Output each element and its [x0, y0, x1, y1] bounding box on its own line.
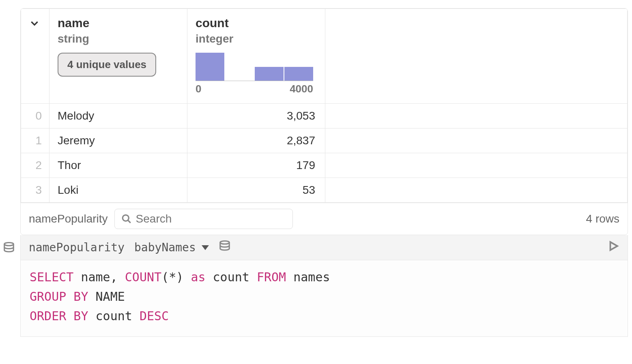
run-cell-button[interactable] [607, 240, 619, 255]
row-index: 0 [21, 104, 49, 128]
cell-empty [325, 128, 628, 153]
svg-marker-4 [611, 242, 618, 250]
table-row[interactable]: 1Jeremy2,837 [21, 128, 628, 153]
database-gutter-icon [3, 242, 15, 257]
cell-name: Loki [49, 178, 187, 203]
column-spacer [325, 9, 628, 104]
svg-point-2 [4, 243, 14, 246]
svg-line-1 [128, 220, 131, 223]
caret-down-icon [202, 245, 209, 250]
hist-min-label: 0 [196, 83, 201, 95]
count-histogram: 0 4000 [196, 53, 313, 95]
database-selector[interactable]: babyNames [134, 241, 209, 254]
column-header-name[interactable]: name string 4 unique values [49, 9, 187, 104]
search-box[interactable] [114, 209, 293, 229]
cell-count: 3,053 [187, 104, 325, 128]
cell-name-label: namePopularity [29, 241, 125, 254]
cell-count: 53 [187, 178, 325, 203]
search-icon [121, 214, 132, 224]
sql-editor[interactable]: SELECT name, COUNT(*) as count FROM name… [20, 260, 628, 337]
result-table: name string 4 unique values count intege… [21, 9, 628, 203]
database-name: babyNames [134, 241, 196, 254]
cell-name: Jeremy [49, 128, 187, 153]
hist-bar [196, 53, 224, 81]
column-title: name [58, 16, 179, 30]
hist-bar [255, 67, 284, 81]
table-row[interactable]: 3Loki53 [21, 178, 628, 203]
row-index: 3 [21, 178, 49, 203]
row-count-label: 4 rows [586, 212, 619, 225]
column-header-count[interactable]: count integer 0 4000 [187, 9, 325, 104]
cell-name: Melody [49, 104, 187, 128]
search-input[interactable] [136, 212, 286, 225]
svg-point-3 [220, 241, 229, 244]
cell-empty [325, 104, 628, 128]
unique-values-pill[interactable]: 4 unique values [58, 53, 156, 77]
cell-name: Thor [49, 153, 187, 178]
result-table-panel: name string 4 unique values count intege… [20, 8, 628, 235]
column-title: count [196, 16, 317, 30]
table-name-label: namePopularity [29, 212, 108, 225]
database-icon [219, 240, 231, 255]
cell-count: 179 [187, 153, 325, 178]
cell-count: 2,837 [187, 128, 325, 153]
collapse-chevron-icon[interactable] [29, 18, 40, 28]
row-index: 2 [21, 153, 49, 178]
table-row[interactable]: 2Thor179 [21, 153, 628, 178]
column-type: integer [196, 32, 317, 45]
hist-bar [284, 67, 313, 81]
cell-toolbar: namePopularity babyNames [20, 235, 628, 260]
svg-point-0 [123, 215, 129, 221]
column-type: string [58, 32, 179, 45]
hist-max-label: 4000 [290, 83, 313, 95]
cell-empty [325, 178, 628, 203]
table-footer: namePopularity 4 rows [21, 203, 628, 235]
table-row[interactable]: 0Melody3,053 [21, 104, 628, 128]
cell-empty [325, 153, 628, 178]
row-index: 1 [21, 128, 49, 153]
